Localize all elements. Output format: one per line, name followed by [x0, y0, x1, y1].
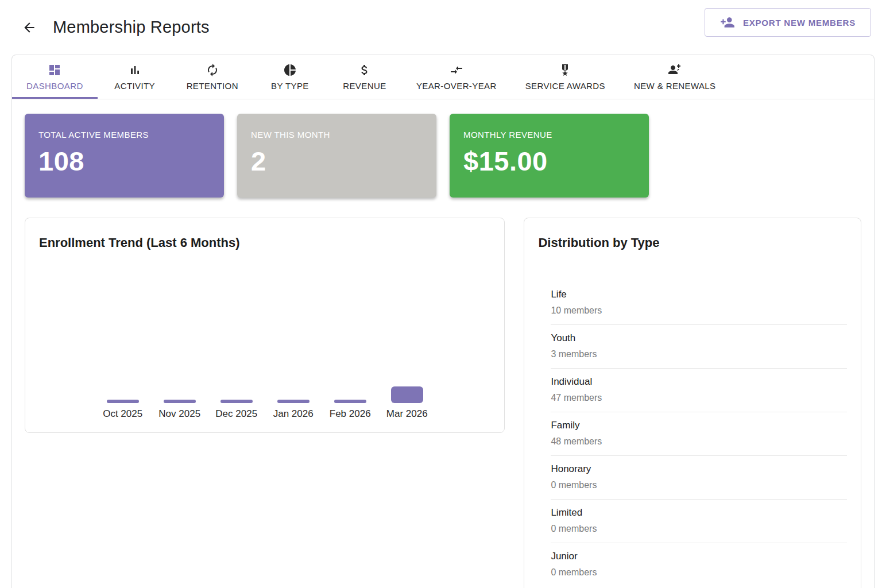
- distribution-row-life: Life10 members: [551, 281, 847, 325]
- distribution-row-family: Family48 members: [551, 412, 847, 456]
- membership-type-count: 0 members: [551, 524, 847, 534]
- membership-type-name: Family: [551, 420, 847, 431]
- month-label: Nov 2025: [158, 408, 200, 420]
- military-tech-icon: [558, 63, 572, 77]
- tab-dashboard-label: DASHBOARD: [26, 81, 83, 91]
- tab-by-type[interactable]: BY TYPE: [253, 55, 327, 99]
- tab-service-awards[interactable]: SERVICE AWARDS: [511, 55, 620, 99]
- chart-column-oct-2025: Oct 2025: [94, 400, 151, 420]
- distribution-row-youth: Youth3 members: [551, 325, 847, 369]
- export-button-label: EXPORT NEW MEMBERS: [743, 18, 856, 28]
- month-label: Jan 2026: [273, 408, 314, 420]
- chart-column-jan-2026: Jan 2026: [265, 400, 322, 420]
- stat-card-monthly-revenue-value: $15.00: [463, 145, 635, 177]
- distribution-title: Distribution by Type: [538, 235, 847, 250]
- distribution-row-junior: Junior0 members: [551, 543, 847, 586]
- export-new-members-button[interactable]: EXPORT NEW MEMBERS: [705, 8, 871, 37]
- enrollment-trend-chart: Oct 2025Nov 2025Dec 2025Jan 2026Feb 2026…: [39, 386, 490, 420]
- stat-card-monthly-revenue-label: MONTHLY REVENUE: [463, 130, 635, 140]
- membership-type-count: 0 members: [551, 480, 847, 490]
- person-add-alt-icon: [668, 63, 682, 77]
- tab-new-renewals-label: NEW & RENEWALS: [634, 81, 716, 91]
- chart-column-mar-2026: Mar 2026: [378, 386, 435, 420]
- membership-type-name: Junior: [551, 551, 847, 562]
- page-title: Membership Reports: [53, 18, 210, 37]
- stat-card-monthly-revenue: MONTHLY REVENUE$15.00: [450, 114, 649, 198]
- stat-card-new-this-month-label: NEW THIS MONTH: [251, 130, 423, 140]
- enrollment-trend-title: Enrollment Trend (Last 6 Months): [39, 235, 490, 250]
- tab-retention[interactable]: RETENTION: [172, 55, 253, 99]
- bar-chart-icon: [128, 63, 142, 77]
- tab-by-type-label: BY TYPE: [271, 81, 309, 91]
- enrollment-bar: [277, 400, 310, 403]
- membership-type-name: Life: [551, 289, 847, 300]
- enrollment-bar: [107, 400, 139, 403]
- tab-activity[interactable]: ACTIVITY: [98, 55, 172, 99]
- chart-column-feb-2026: Feb 2026: [322, 400, 378, 420]
- membership-type-count: 0 members: [551, 567, 847, 578]
- autorenew-icon: [206, 63, 219, 77]
- distribution-by-type-panel: Distribution by Type Life10 membersYouth…: [524, 218, 861, 588]
- pie-chart-icon: [283, 63, 297, 77]
- membership-type-count: 47 members: [551, 393, 847, 403]
- stat-card-total-active-members: TOTAL ACTIVE MEMBERS108: [25, 114, 224, 198]
- tab-year-over-year-label: YEAR-OVER-YEAR: [416, 81, 497, 91]
- back-button[interactable]: [22, 20, 37, 35]
- tab-year-over-year[interactable]: YEAR-OVER-YEAR: [402, 55, 511, 99]
- membership-type-name: Youth: [551, 332, 847, 344]
- tab-revenue-label: REVENUE: [343, 81, 386, 91]
- chart-bars: Oct 2025Nov 2025Dec 2025Jan 2026Feb 2026…: [39, 386, 490, 420]
- tab-service-awards-label: SERVICE AWARDS: [525, 81, 605, 91]
- membership-type-count: 3 members: [551, 349, 847, 359]
- attach-money-icon: [358, 63, 372, 77]
- tab-retention-label: RETENTION: [187, 81, 238, 91]
- enrollment-bar: [391, 386, 423, 403]
- membership-type-count: 10 members: [551, 305, 847, 316]
- dashboard-icon: [48, 63, 61, 77]
- month-label: Oct 2025: [103, 408, 142, 420]
- compare-arrows-icon: [450, 63, 463, 77]
- membership-type-name: Individual: [551, 376, 847, 388]
- tab-dashboard[interactable]: DASHBOARD: [12, 55, 98, 99]
- enrollment-bar: [334, 400, 366, 403]
- stat-card-new-this-month-value: 2: [251, 145, 423, 177]
- distribution-row-honorary: Honorary0 members: [551, 456, 847, 500]
- tab-new-renewals[interactable]: NEW & RENEWALS: [620, 55, 730, 99]
- stat-cards-row: TOTAL ACTIVE MEMBERS108NEW THIS MONTH2MO…: [12, 99, 874, 198]
- enrollment-bar: [220, 400, 253, 403]
- membership-type-name: Honorary: [551, 463, 847, 475]
- chart-column-dec-2025: Dec 2025: [208, 400, 265, 420]
- chart-column-nov-2025: Nov 2025: [151, 400, 208, 420]
- membership-type-count: 48 members: [551, 436, 847, 447]
- tab-revenue[interactable]: REVENUE: [327, 55, 402, 99]
- month-label: Dec 2025: [215, 408, 257, 420]
- month-label: Feb 2026: [330, 408, 371, 420]
- tab-activity-label: ACTIVITY: [114, 81, 155, 91]
- distribution-list: Life10 membersYouth3 membersIndividual47…: [538, 281, 847, 586]
- reports-container: DASHBOARDACTIVITYRETENTIONBY TYPEREVENUE…: [11, 55, 875, 588]
- stat-card-total-active-members-value: 108: [38, 145, 210, 177]
- distribution-row-individual: Individual47 members: [551, 369, 847, 412]
- page-header: Membership Reports EXPORT NEW MEMBERS: [0, 0, 882, 55]
- enrollment-bar: [164, 400, 196, 403]
- panels-row: Enrollment Trend (Last 6 Months) Oct 202…: [12, 198, 874, 588]
- membership-type-name: Limited: [551, 507, 847, 519]
- person-add-icon: [720, 15, 735, 30]
- stat-card-new-this-month: NEW THIS MONTH2: [237, 114, 436, 198]
- enrollment-trend-panel: Enrollment Trend (Last 6 Months) Oct 202…: [25, 218, 505, 433]
- distribution-row-limited: Limited0 members: [551, 500, 847, 543]
- report-tab-bar: DASHBOARDACTIVITYRETENTIONBY TYPEREVENUE…: [12, 55, 874, 99]
- arrow-back-icon: [22, 20, 37, 35]
- stat-card-total-active-members-label: TOTAL ACTIVE MEMBERS: [38, 130, 210, 140]
- month-label: Mar 2026: [386, 408, 428, 420]
